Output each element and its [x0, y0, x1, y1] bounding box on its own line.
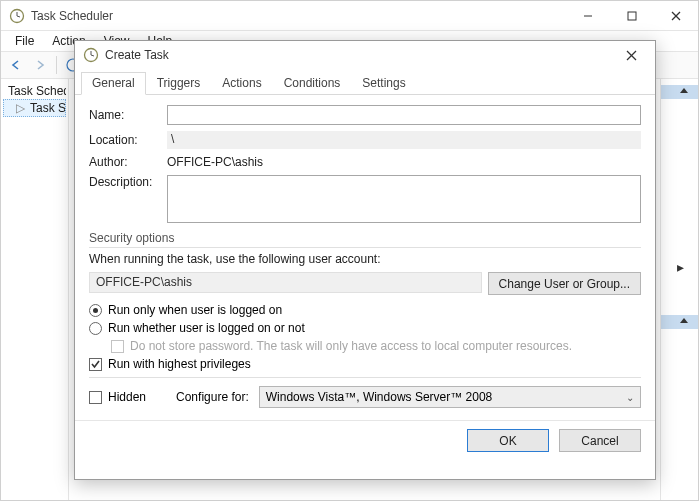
- configure-for-value: Windows Vista™, Windows Server™ 2008: [266, 390, 493, 404]
- expand-icon: ▷: [16, 101, 24, 115]
- maximize-button[interactable]: [610, 1, 654, 31]
- dialog-title: Create Task: [105, 48, 615, 62]
- name-input[interactable]: [167, 105, 641, 125]
- security-options-header: Security options: [89, 231, 641, 248]
- menu-file[interactable]: File: [7, 33, 42, 49]
- tab-settings[interactable]: Settings: [351, 72, 416, 95]
- tree-child-label: Task S: [30, 101, 66, 115]
- dialog-button-row: OK Cancel: [75, 420, 655, 452]
- minimize-button[interactable]: [566, 1, 610, 31]
- chevron-right-icon[interactable]: ▸: [677, 259, 684, 275]
- tree-root[interactable]: Task Scheduler: [3, 83, 66, 99]
- change-user-button[interactable]: Change User or Group...: [488, 272, 641, 295]
- hidden-label: Hidden: [108, 390, 146, 404]
- back-button[interactable]: [5, 54, 27, 76]
- ok-button[interactable]: OK: [467, 429, 549, 452]
- radio-icon: [89, 304, 102, 317]
- checkbox-hidden[interactable]: Hidden: [89, 390, 146, 404]
- do-not-store-label: Do not store password. The task will onl…: [130, 339, 572, 353]
- tree-root-label: Task Scheduler: [8, 84, 66, 98]
- radio-logged-or-not-label: Run whether user is logged on or not: [108, 321, 305, 335]
- tab-strip: General Triggers Actions Conditions Sett…: [75, 71, 655, 95]
- configure-for-label: Configure for:: [176, 390, 249, 404]
- dialog-close-button[interactable]: [615, 44, 647, 66]
- checkbox-highest-privileges[interactable]: Run with highest privileges: [89, 357, 641, 371]
- tab-conditions[interactable]: Conditions: [273, 72, 352, 95]
- description-label: Description:: [89, 175, 167, 189]
- radio-logged-on[interactable]: Run only when user is logged on: [89, 303, 641, 317]
- tab-actions[interactable]: Actions: [211, 72, 272, 95]
- clock-icon: [83, 47, 99, 63]
- description-input[interactable]: [167, 175, 641, 223]
- titlebar: Task Scheduler: [1, 1, 698, 31]
- user-account-value: OFFICE-PC\ashis: [89, 272, 482, 293]
- actions-collapse-1[interactable]: [661, 85, 698, 99]
- name-label: Name:: [89, 108, 167, 122]
- checkbox-icon: [89, 358, 102, 371]
- author-value: OFFICE-PC\ashis: [167, 155, 263, 169]
- chevron-down-icon: ⌄: [626, 392, 634, 403]
- checkbox-icon: [89, 391, 102, 404]
- dialog-titlebar: Create Task: [75, 41, 655, 69]
- location-label: Location:: [89, 133, 167, 147]
- tab-panel-general: Name: Location: \ Author: OFFICE-PC\ashi…: [75, 95, 655, 416]
- tab-triggers[interactable]: Triggers: [146, 72, 212, 95]
- close-button[interactable]: [654, 1, 698, 31]
- cancel-button[interactable]: Cancel: [559, 429, 641, 452]
- forward-button[interactable]: [29, 54, 51, 76]
- author-label: Author:: [89, 155, 167, 169]
- actions-collapse-2[interactable]: [661, 315, 698, 329]
- clock-icon: [9, 8, 25, 24]
- location-value: \: [167, 131, 641, 149]
- configure-for-select[interactable]: Windows Vista™, Windows Server™ 2008 ⌄: [259, 386, 641, 408]
- highest-priv-label: Run with highest privileges: [108, 357, 251, 371]
- radio-logged-on-label: Run only when user is logged on: [108, 303, 282, 317]
- divider: [56, 56, 57, 74]
- security-when-running: When running the task, use the following…: [89, 252, 641, 266]
- radio-logged-on-or-not[interactable]: Run whether user is logged on or not: [89, 321, 641, 335]
- tree-child[interactable]: ▷ Task S: [3, 99, 66, 117]
- tree-pane: Task Scheduler ▷ Task S: [1, 79, 69, 500]
- create-task-dialog: Create Task General Triggers Actions Con…: [74, 40, 656, 480]
- window-controls: [566, 1, 698, 31]
- tab-general[interactable]: General: [81, 72, 146, 95]
- svg-rect-4: [628, 12, 636, 20]
- checkbox-icon: [111, 340, 124, 353]
- radio-icon: [89, 322, 102, 335]
- app-title: Task Scheduler: [31, 9, 566, 23]
- actions-pane: ▸: [660, 79, 698, 500]
- checkbox-do-not-store: Do not store password. The task will onl…: [111, 339, 641, 353]
